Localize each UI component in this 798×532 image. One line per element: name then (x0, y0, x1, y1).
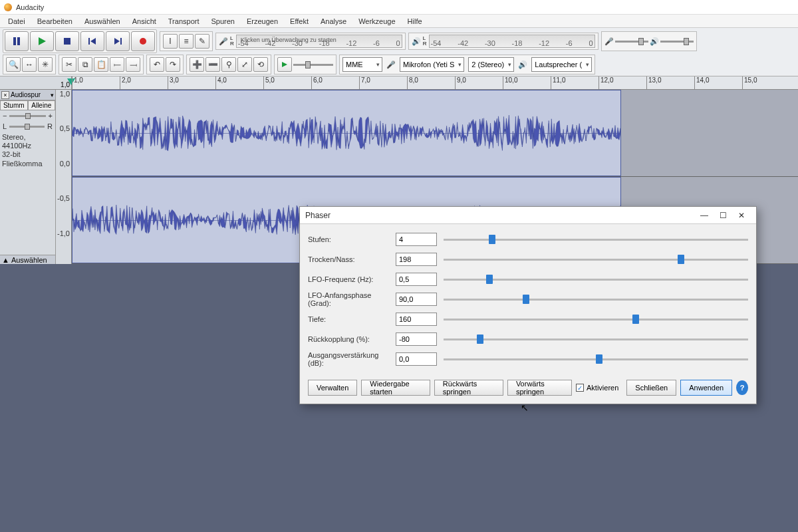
audio-host-select[interactable]: MME (342, 57, 382, 72)
timeshift-tool-icon[interactable]: ↔ (22, 57, 37, 72)
param-label: LFO-Anfangsphase (Grad): (308, 291, 389, 307)
help-button[interactable]: ? (736, 380, 748, 395)
cut-icon[interactable]: ✂ (62, 57, 76, 72)
channels-select[interactable]: 2 (Stereo) (468, 57, 514, 72)
minimize-button[interactable]: — (695, 209, 714, 222)
ruler-tick: 6,0 (311, 76, 323, 89)
undo-icon[interactable]: ↶ (150, 57, 164, 72)
param-input[interactable] (396, 273, 437, 286)
draw-tool-icon[interactable]: ✎ (195, 34, 209, 49)
param-label: LFO-Frequenz (Hz): (308, 275, 389, 283)
dialog-titlebar[interactable]: Phaser — ☐ ✕ (300, 207, 756, 224)
record-button[interactable] (131, 31, 155, 51)
zoom-tool-icon[interactable]: 🔍 (6, 57, 21, 72)
playback-volume-slider[interactable] (660, 41, 694, 43)
menu-spuren[interactable]: Spuren (205, 16, 239, 27)
zoom-toggle-icon[interactable]: ⟲ (253, 57, 268, 72)
param-slider[interactable] (444, 313, 748, 326)
track-menu-button[interactable]: ▾ (51, 92, 54, 98)
close-dialog-button[interactable]: Schließen (626, 380, 676, 396)
param-row: LFO-Frequenz (Hz): (308, 269, 748, 289)
close-button[interactable]: ✕ (732, 209, 751, 222)
maximize-button[interactable]: ☐ (714, 209, 732, 222)
param-slider[interactable] (444, 233, 748, 246)
input-device-select[interactable]: Mikrofon (Yeti S (400, 57, 464, 72)
audio-clip[interactable] (72, 90, 621, 176)
menu-effekt[interactable]: Effekt (285, 16, 314, 27)
copy-icon[interactable]: ⧉ (78, 57, 92, 72)
menu-erzeugen[interactable]: Erzeugen (241, 16, 283, 27)
menu-datei[interactable]: Datei (3, 16, 31, 27)
playback-meter[interactable]: 🔊 LR -54-42-30-18-12-60 (408, 33, 598, 50)
svg-rect-0 (13, 37, 16, 45)
menu-bearbeiten[interactable]: Bearbeiten (32, 16, 78, 27)
multi-tool-icon[interactable]: ✳ (38, 57, 53, 72)
undo-toolbar: ↶ ↷ (146, 55, 184, 74)
skip-end-button[interactable] (106, 31, 130, 51)
mute-button[interactable]: Stumm (0, 100, 28, 110)
menu-hilfe[interactable]: Hilfe (402, 16, 428, 27)
recording-meter-bars[interactable]: Klicken um Überwachung zu starten -54-42… (236, 35, 402, 48)
track-select-button[interactable]: ▲Auswählen (0, 255, 55, 264)
redo-icon[interactable]: ↷ (166, 57, 180, 72)
speaker-icon: 🔊 (412, 37, 421, 46)
param-input[interactable] (396, 293, 437, 306)
param-slider[interactable] (444, 352, 748, 366)
param-row: LFO-Anfangsphase (Grad): (308, 289, 748, 309)
menu-ansicht[interactable]: Ansicht (127, 16, 162, 27)
menu-werkzeuge[interactable]: Werkzeuge (353, 16, 400, 27)
param-slider[interactable] (444, 332, 748, 346)
apply-button[interactable]: Anwenden (680, 380, 732, 396)
playback-meter-bars[interactable]: -54-42-30-18-12-60 (429, 35, 595, 48)
svg-rect-3 (64, 38, 70, 45)
menu-transport[interactable]: Transport (163, 16, 205, 27)
param-input[interactable] (396, 352, 437, 366)
skip-forward-button[interactable]: Vorwärts springen (507, 380, 572, 396)
timeline-ruler[interactable]: 1,0 1,02,03,04,05,06,07,08,09,010,011,01… (0, 76, 798, 90)
zoom-sel-icon[interactable]: ⚲ (221, 57, 236, 72)
menu-analyse[interactable]: Analyse (315, 16, 352, 27)
gain-slider[interactable]: −+ (0, 110, 55, 121)
track-name[interactable]: Audiospur (11, 91, 49, 98)
ruler-tick: 4,0 (215, 76, 227, 89)
recording-volume-slider[interactable] (615, 41, 648, 43)
waveform-channel-left[interactable] (72, 90, 798, 177)
selection-tool-icon[interactable]: I (163, 34, 178, 49)
pause-button[interactable] (5, 31, 29, 51)
preview-play-button[interactable]: Wiedergabe starten (361, 380, 430, 396)
window-title: Audacity (16, 3, 44, 11)
output-device-select[interactable]: Lautsprecher ( (531, 57, 592, 72)
recording-meter[interactable]: 🎤 LR Klicken um Überwachung zu starten -… (215, 33, 406, 50)
zoom-fit-icon[interactable]: ⤢ (237, 57, 252, 72)
param-input[interactable] (396, 233, 437, 246)
solo-button[interactable]: Alleine (28, 100, 56, 110)
param-input[interactable] (396, 313, 437, 326)
param-input[interactable] (396, 253, 437, 266)
mic-icon: 🎤 (604, 37, 614, 46)
trim-icon[interactable]: ⟝ (110, 57, 124, 72)
phaser-dialog: Phaser — ☐ ✕ Stufen: Trocken/Nass: LFO-F… (299, 206, 757, 404)
skip-backward-button[interactable]: Rückwärts springen (434, 380, 503, 396)
play-button[interactable] (30, 31, 54, 51)
play-at-speed-icon[interactable] (277, 57, 292, 72)
track-close-button[interactable]: × (1, 91, 9, 99)
svg-marker-7 (114, 38, 120, 45)
param-slider[interactable] (444, 273, 748, 286)
param-row: Stufen: (308, 229, 748, 249)
param-input[interactable] (396, 332, 437, 346)
silence-icon[interactable]: ⟞ (126, 57, 140, 72)
skip-start-button[interactable] (80, 31, 104, 51)
menu-auswaehlen[interactable]: Auswählen (79, 16, 126, 27)
manage-button[interactable]: Verwalten (308, 380, 357, 396)
zoom-in-icon[interactable]: ➕ (190, 57, 204, 72)
envelope-tool-icon[interactable]: ≡ (179, 34, 194, 49)
stop-button[interactable] (55, 31, 79, 51)
playback-speed-slider[interactable] (293, 64, 333, 66)
enable-checkbox[interactable]: ✓Aktivieren (576, 384, 618, 392)
paste-icon[interactable]: 📋 (94, 57, 108, 72)
param-slider[interactable] (444, 293, 748, 306)
param-slider[interactable] (444, 253, 748, 266)
zoom-out-icon[interactable]: ➖ (205, 57, 220, 72)
pan-slider[interactable]: LR (0, 121, 55, 132)
ruler-tick: 12,0 (598, 76, 613, 89)
